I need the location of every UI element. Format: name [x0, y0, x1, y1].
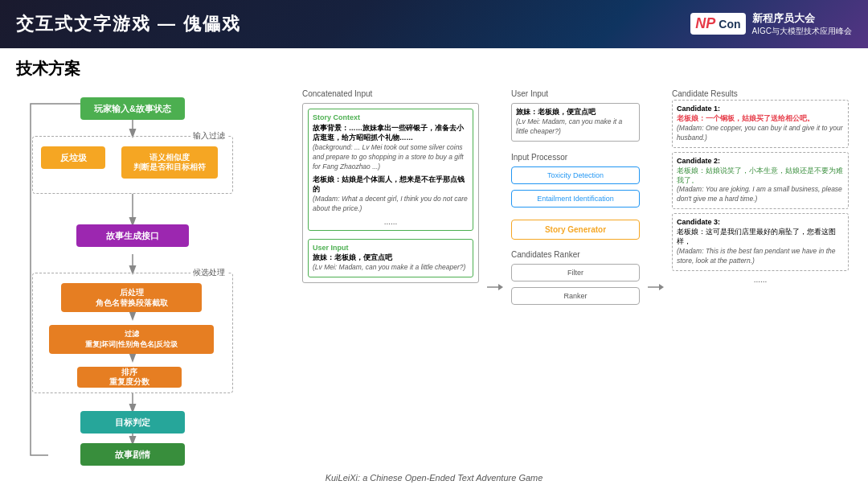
concat-input-box: Story Context 故事背景：……旅妹拿出一些碎银子，准备去小店逛逛，给…	[302, 103, 479, 283]
mid-user-text: 旅妹：老板娘，便宜点吧 (Lv Mei: Madam, can you make…	[516, 108, 635, 137]
candidate-2-zh: 老板娘：姑娘说笑了，小本生意，姑娘还是不要为难我了。 (Madam: You a…	[677, 166, 844, 205]
arrow2	[648, 89, 664, 468]
right-diagram: Concatenated Input Story Context 故事背景：………	[302, 89, 852, 468]
filter-box: 过滤 重复|坏词|性别角色名|反垃圾	[49, 325, 214, 354]
left-flowchart: 玩家输入&故事状态 输入过滤 反垃圾 语义相似度 判断是否和目标相符	[16, 89, 289, 468]
player-input-box: 玩家输入&故事状态	[80, 97, 185, 120]
story-background: 故事背景：……旅妹拿出一些碎银子，准备去小店逛逛，给方昭昭抓个礼物…… (bac…	[313, 124, 469, 171]
goal-judge-box: 目标判定	[80, 411, 185, 434]
header-logo: NP Con 新程序员大会 AIGC与大模型技术应用峰会	[690, 12, 852, 36]
story-dialog: 老板娘：姑娘是个体面人，想来是不在乎那点钱的 (Madam: What a de…	[313, 175, 469, 214]
candidate-1-zh: 老板娘：一个铜板，姑娘买了送给相公吧。 (Madam: One copper, …	[677, 114, 844, 143]
svg-marker-10	[659, 284, 664, 290]
story-bg-zh: 故事背景：……旅妹拿出一些碎银子，准备去小店逛逛，给方昭昭抓个礼物……	[313, 124, 464, 142]
candidate-2-box: Candidate 2: 老板娘：姑娘说笑了，小本生意，姑娘还是不要为难我了。 …	[672, 152, 849, 210]
dots1: ......	[313, 217, 469, 226]
arrow-icon-2	[648, 279, 664, 295]
arrow1	[487, 89, 503, 468]
section-title: 技术方案	[16, 58, 852, 80]
npcon-con-text: Con	[719, 18, 740, 31]
candidate-2-title: Candidate 2:	[677, 157, 844, 165]
filter-ranker-box: Filter	[511, 264, 640, 281]
anti-garbage-box: 反垃圾	[41, 146, 105, 169]
user-input-text: 旅妹：老板娘，便宜点吧 (Lv Mei: Madam, can you make…	[313, 253, 469, 273]
npcon-logo: NP Con	[690, 13, 745, 35]
candidate-3-box: Candidate 3: 老板娘：这可是我们店里最好的扇坠了，您看这图样， (M…	[672, 213, 849, 271]
candidates-column: Candidate Results Candidate 1: 老板娘：一个铜板，…	[672, 89, 849, 468]
ranker-box: Ranker	[511, 287, 640, 305]
entailment-box: Entailment Identification	[511, 190, 640, 208]
npcon-line1: 新程序员大会	[752, 12, 852, 26]
story-dialog-zh: 老板娘：姑娘是个体面人，想来是不在乎那点钱的	[313, 175, 465, 193]
npcon-np-text: NP	[695, 15, 715, 32]
story-interface-box: 故事生成接口	[76, 224, 189, 247]
story-dialog-en: (Madam: What a decent girl, I think you …	[313, 195, 468, 212]
svg-marker-8	[498, 284, 503, 290]
arrow-icon-1	[487, 279, 503, 295]
candidate-1-title: Candidate 1:	[677, 105, 844, 113]
semantics-box: 语义相似度 判断是否和目标相符	[121, 146, 218, 179]
story-plot-box: 故事剧情	[80, 443, 185, 466]
npcon-line2: AIGC与大模型技术应用峰会	[752, 26, 852, 36]
input-filter-label: 输入过滤	[190, 130, 227, 142]
story-context-title: Story Context	[313, 113, 469, 121]
toxicity-box: Toxicity Detection	[511, 166, 640, 184]
sort-box: 排序 重复度分数	[77, 367, 182, 388]
concat-label: Concatenated Input	[302, 89, 479, 98]
candidate-3-zh: 老板娘：这可是我们店里最好的扇坠了，您看这图样， (Madam: This is…	[677, 228, 844, 266]
content-area: 玩家输入&故事状态 输入过滤 反垃圾 语义相似度 判断是否和目标相符	[16, 89, 852, 468]
candidate-results-label: Candidate Results	[672, 89, 849, 98]
mid-user-label: User Input	[511, 89, 640, 98]
candidate-3-title: Candidate 3:	[677, 218, 844, 226]
header: 交互式文字游戏 — 傀儡戏 NP Con 新程序员大会 AIGC与大模型技术应用…	[0, 0, 868, 48]
caption: KuiLeiXi: a Chinese Open-Ended Text Adve…	[16, 473, 852, 483]
mid-user-box: 旅妹：老板娘，便宜点吧 (Lv Mei: Madam, can you make…	[511, 103, 640, 142]
concat-column: Concatenated Input Story Context 故事背景：………	[302, 89, 479, 468]
middle-column: User Input 旅妹：老板娘，便宜点吧 (Lv Mei: Madam, c…	[511, 89, 640, 468]
npcon-text-block: 新程序员大会 AIGC与大模型技术应用峰会	[752, 12, 852, 36]
story-context-inner: Story Context 故事背景：……旅妹拿出一些碎银子，准备去小店逛逛，给…	[308, 109, 473, 231]
input-processor-label: Input Processor	[511, 153, 640, 162]
candidate-process-dashed: 候选处理 后处理 角色名替换段落截取 过滤 重复|坏词|性别角色名|反垃圾 排序…	[32, 273, 233, 393]
candidates-ranker-label: Candidates Ranker	[511, 250, 640, 259]
header-title: 交互式文字游戏 — 傀儡戏	[16, 12, 241, 36]
postprocess-box: 后处理 角色名替换段落截取	[61, 283, 202, 312]
story-gen-box: Story Generator	[511, 220, 640, 240]
user-input-inner: User Input 旅妹：老板娘，便宜点吧 (Lv Mei: Madam, c…	[308, 239, 473, 277]
story-bg-en: (background: ... Lv Mei took out some si…	[313, 143, 464, 171]
input-filter-dashed: 输入过滤 反垃圾 语义相似度 判断是否和目标相符	[32, 136, 233, 194]
candidate-1-box: Candidate 1: 老板娘：一个铜板，姑娘买了送给相公吧。 (Madam:…	[672, 100, 849, 148]
flow-container: 玩家输入&故事状态 输入过滤 反垃圾 语义相似度 判断是否和目标相符	[16, 89, 289, 459]
dots2: ......	[672, 275, 849, 284]
main-content: 技术方案	[0, 48, 868, 489]
user-input-title: User Input	[313, 244, 469, 252]
candidate-filter-label: 候选处理	[190, 267, 227, 278]
